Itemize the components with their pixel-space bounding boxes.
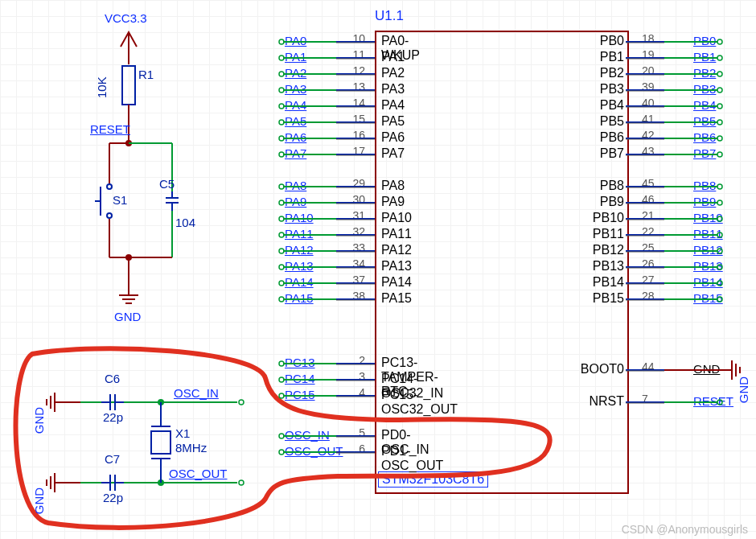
oscout-net: OSC_OUT <box>169 467 228 480</box>
svg-point-118 <box>279 377 284 382</box>
svg-point-23 <box>107 213 112 218</box>
svg-point-106 <box>279 281 284 286</box>
pin-number: 43 <box>642 145 664 158</box>
c7-des: C7 <box>105 452 120 466</box>
net-label: PA4 <box>285 98 306 112</box>
pin-name: PB3 <box>579 82 624 97</box>
net-label: PB14 <box>693 275 723 289</box>
net-label: PB12 <box>693 243 723 257</box>
c5-des: C5 <box>159 177 175 191</box>
pin-number: 46 <box>642 193 664 206</box>
svg-rect-43 <box>151 431 171 454</box>
net-label: PA6 <box>285 130 306 144</box>
net-label: PA9 <box>285 195 306 208</box>
svg-point-31 <box>125 254 132 261</box>
net-label: PA12 <box>285 243 314 257</box>
svg-point-146 <box>717 88 722 93</box>
pin-name: PB11 <box>579 227 624 241</box>
net-label: PA5 <box>285 114 306 128</box>
r1-des: R1 <box>138 68 154 81</box>
r1-val: 10K <box>95 76 109 98</box>
pin-number: 3 <box>343 370 365 383</box>
net-label: PA15 <box>285 291 314 305</box>
pin-number: 45 <box>642 177 664 190</box>
pin-number: 30 <box>343 193 365 206</box>
pin-name: PB12 <box>579 243 624 257</box>
svg-point-110 <box>279 297 284 302</box>
gnd-label: GND <box>114 310 141 323</box>
pin-number: 26 <box>642 257 664 270</box>
pin-number: 25 <box>642 241 664 254</box>
net-label: PA1 <box>285 50 306 64</box>
pin-number: 39 <box>642 80 664 93</box>
svg-point-94 <box>279 232 284 237</box>
svg-point-166 <box>717 184 722 189</box>
pin-name: PA11 <box>381 227 412 241</box>
pin-name: PA3 <box>381 82 405 97</box>
pin-name: PA2 <box>381 66 405 80</box>
pin-number: 7 <box>642 393 664 405</box>
svg-point-98 <box>279 249 284 253</box>
svg-point-35 <box>158 399 164 405</box>
x1-des: X1 <box>175 426 190 440</box>
net-label: GND <box>693 362 720 376</box>
svg-point-154 <box>717 120 722 125</box>
svg-point-138 <box>717 56 722 60</box>
c6-val: 22p <box>103 410 123 424</box>
reset-net: RESET <box>90 122 130 136</box>
pin-name: PA13 <box>381 259 412 274</box>
svg-point-50 <box>279 39 284 44</box>
svg-point-134 <box>717 39 722 44</box>
net-label: PB9 <box>693 195 716 208</box>
pin-number: 4 <box>343 386 365 399</box>
pin-number: 31 <box>343 209 365 222</box>
pin-number: 32 <box>343 225 365 238</box>
pin-name: PB5 <box>579 114 624 129</box>
net-label: PB6 <box>693 130 716 144</box>
x1-val: 8MHz <box>175 441 207 455</box>
pin-number: 19 <box>642 48 664 61</box>
net-label: OSC_IN <box>285 428 330 442</box>
pin-name: PB13 <box>579 259 624 274</box>
pin-name: PB14 <box>579 275 624 290</box>
svg-point-130 <box>279 450 284 455</box>
pin-name: PB0 <box>579 34 624 48</box>
designator: U1.1 <box>375 8 404 24</box>
pin-number: 42 <box>642 129 664 142</box>
net-label: PC14 <box>285 372 315 385</box>
svg-point-82 <box>279 184 284 189</box>
net-label: RESET <box>693 394 733 408</box>
net-label: PB1 <box>693 50 716 64</box>
c5-val: 104 <box>175 216 195 229</box>
pin-number: 13 <box>343 80 365 93</box>
c7-val: 22p <box>103 491 123 504</box>
svg-point-158 <box>717 136 722 141</box>
pin-number: 10 <box>343 32 365 45</box>
net-label: PB15 <box>693 291 723 305</box>
svg-point-58 <box>279 72 284 76</box>
svg-point-86 <box>279 200 284 205</box>
pin-name: PB7 <box>579 146 624 161</box>
boot0-gnd-label: GND <box>737 376 750 403</box>
pin-name: PA14 <box>381 275 412 290</box>
svg-point-22 <box>107 184 112 189</box>
pin-name: PC15-OSC32_OUT <box>381 388 458 417</box>
pin-number: 18 <box>642 32 664 45</box>
pin-number: 16 <box>343 129 365 142</box>
net-label: PA2 <box>285 66 306 80</box>
svg-point-170 <box>717 200 722 205</box>
s1-des: S1 <box>113 193 127 207</box>
net-label: PB2 <box>693 66 716 80</box>
watermark: CSDN @Anonymousgirls <box>622 523 748 536</box>
pin-number: 37 <box>343 274 365 286</box>
c6-des: C6 <box>105 372 120 385</box>
net-label: PA3 <box>285 82 306 96</box>
pin-name: PA15 <box>381 291 412 306</box>
net-label: PC13 <box>285 356 315 369</box>
net-label: PA10 <box>285 211 314 224</box>
pin-name: PA10 <box>381 211 412 225</box>
pin-number: 34 <box>343 257 365 270</box>
svg-point-150 <box>717 104 722 109</box>
pin-name: PA9 <box>381 195 405 209</box>
svg-point-19 <box>125 140 132 146</box>
